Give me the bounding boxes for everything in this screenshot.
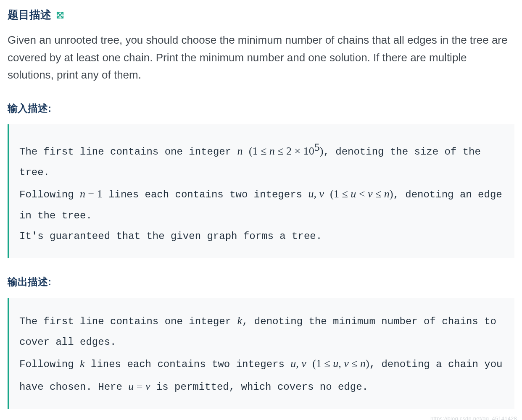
math-uv-2: u, v bbox=[290, 357, 306, 370]
problem-description-body: Given an unrooted tree, you should choos… bbox=[8, 32, 514, 84]
math-k-2: k bbox=[80, 357, 85, 370]
output-line1-a: The first line contains one integer bbox=[19, 316, 237, 327]
math-u-eq-v-eq: = bbox=[134, 380, 145, 392]
math-n-range-open: (1 ≤ bbox=[249, 145, 269, 157]
input-description-heading: 输入描述: bbox=[8, 102, 514, 115]
math-uv-range2-comma: , bbox=[338, 357, 344, 370]
math-uv-range1-n: n bbox=[384, 188, 390, 200]
math-uv-range2-v: v bbox=[344, 357, 349, 370]
output-line2-d: is permitted, which covers no edge. bbox=[150, 381, 368, 393]
math-uv-range2-open: (1 ≤ bbox=[312, 357, 333, 370]
input-line3: It's guaranteed that the given graph for… bbox=[19, 231, 322, 242]
math-n-minus-1-a: n bbox=[80, 188, 85, 200]
input-line1-a: The first line contains one integer bbox=[19, 146, 237, 158]
math-uv-range2-close: ) bbox=[366, 357, 369, 370]
output-description-block: The first line contains one integer k, d… bbox=[8, 298, 514, 409]
problem-description-title: 题目描述 bbox=[8, 8, 51, 22]
math-u-eq-v-u: u bbox=[128, 380, 134, 392]
math-uv-range2-le: ≤ bbox=[349, 357, 360, 370]
math-n-minus-1-b: − 1 bbox=[85, 188, 103, 200]
math-exp5: 5 bbox=[314, 141, 320, 153]
expand-icon[interactable] bbox=[55, 10, 65, 20]
output-description-heading: 输出描述: bbox=[8, 275, 514, 289]
math-uv-range1-le: ≤ bbox=[373, 188, 384, 200]
math-uv-1: u, v bbox=[308, 188, 324, 200]
math-n-range-mid: ≤ 2 × 10 bbox=[275, 145, 314, 157]
math-uv-range2-n: n bbox=[360, 357, 366, 370]
math-k: k bbox=[237, 315, 242, 327]
math-uv-range1-u: u bbox=[351, 188, 356, 200]
input-description-block: The first line contains one integer n (1… bbox=[8, 124, 514, 258]
math-n: n bbox=[237, 145, 243, 157]
input-line2-b: lines each contains two integers bbox=[103, 189, 308, 200]
output-line2-a: Following bbox=[19, 359, 80, 370]
math-u-eq-v-v: v bbox=[145, 380, 150, 392]
math-uv-range2-u: u bbox=[333, 357, 338, 370]
output-line2-b: lines each contains two integers bbox=[85, 359, 291, 370]
watermark: https://blog.csdn.net/qq_45141428 bbox=[430, 415, 517, 420]
math-uv-range1-v: v bbox=[368, 188, 373, 200]
math-n-range-var: n bbox=[269, 145, 275, 157]
math-uv-range1-lt: < bbox=[356, 188, 368, 200]
input-line2-a: Following bbox=[19, 189, 80, 200]
problem-description-heading: 题目描述 bbox=[8, 8, 514, 22]
math-uv-range1-open: (1 ≤ bbox=[330, 188, 351, 200]
